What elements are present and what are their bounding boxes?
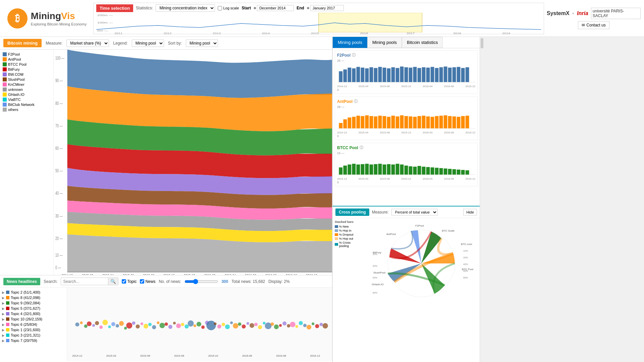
time-selection-button[interactable]: Time selection: [96, 4, 133, 12]
measure-dropdown[interactable]: Market share (%): [66, 40, 109, 47]
search-label: Search:: [44, 279, 57, 284]
svg-text:2015-02: 2015-02: [106, 354, 116, 357]
svg-rect-143: [339, 123, 342, 128]
list-item[interactable]: ▶ Topic 7 (20/759): [2, 338, 65, 343]
svg-point-68: [194, 324, 196, 327]
topic-checkbox-label[interactable]: Topic: [122, 279, 137, 284]
svg-text:2016: 2016: [360, 32, 368, 34]
chord-svg: GHash.IO SlushPool BitFury AntPool F2Poo…: [363, 218, 480, 309]
svg-point-54: [136, 324, 140, 328]
news-headlines-button[interactable]: News headlines: [3, 278, 40, 285]
svg-text:0m —: 0m —: [97, 29, 109, 32]
stats-dropdown[interactable]: Mining concentration index: [156, 4, 215, 12]
svg-text:2015-06: 2015-06: [140, 354, 150, 357]
svg-rect-164: [431, 117, 434, 128]
legend-cross-pooling: % Cross pooling: [335, 241, 361, 248]
list-item[interactable]: ▶ Topic 1 (23/1,600): [2, 327, 65, 333]
svg-text:2014: 2014: [262, 32, 270, 34]
hide-button[interactable]: Hide: [463, 209, 477, 216]
svg-rect-137: [461, 68, 465, 82]
svg-rect-172: [466, 116, 469, 128]
svg-rect-116: [369, 67, 373, 82]
svg-point-96: [307, 325, 311, 329]
svg-rect-0: [319, 13, 422, 32]
svg-rect-145: [347, 118, 351, 129]
bitcoin-mining-button[interactable]: Bitcoin mining: [3, 39, 42, 47]
list-item[interactable]: ▶ Topic 9 (39/2,084): [2, 300, 65, 306]
svg-text:2017: 2017: [407, 32, 415, 34]
main-stacked-chart: 100 — 90 — 80 — 70 — 60 — 50 — 40 — 30 —…: [54, 50, 332, 275]
news-checkbox-label[interactable]: News: [140, 279, 155, 284]
list-item[interactable]: ▶ Topic 4 (32/1,800): [2, 311, 65, 316]
list-item[interactable]: ▶ Topic 6 (25/834): [2, 322, 65, 327]
svg-text:2015-04: 2015-04: [402, 83, 412, 83]
svg-point-72: [206, 321, 216, 330]
news-checkbox[interactable]: [140, 279, 144, 284]
svg-point-76: [225, 324, 230, 329]
news-toolbar: News headlines Search: 🔍 Topic News No. …: [0, 276, 332, 288]
svg-rect-178: [356, 165, 360, 175]
list-item[interactable]: ▶ Topic 5 (37/1,627): [2, 306, 65, 311]
sort-dropdown[interactable]: Mining pool: [186, 40, 218, 47]
log-scale-checkbox[interactable]: Log scale: [218, 6, 239, 10]
scrollbar[interactable]: [480, 37, 484, 362]
tab-mining-pools[interactable]: Mining pools: [333, 37, 367, 48]
svg-rect-150: [369, 116, 373, 128]
news-count-value: 300: [221, 279, 228, 284]
search-button[interactable]: 🔍: [108, 278, 118, 285]
svg-rect-163: [426, 116, 430, 128]
list-item[interactable]: ▶ Topic 2 (51/1,400): [2, 290, 65, 295]
start-date-input[interactable]: [257, 5, 294, 11]
svg-point-44: [95, 321, 99, 325]
svg-point-46: [102, 320, 108, 325]
svg-rect-144: [343, 119, 347, 128]
svg-rect-124: [405, 67, 408, 82]
svg-text:2016-10: 2016-10: [286, 273, 297, 275]
list-item[interactable]: ▶ Topic 10 (26/2,159): [2, 316, 65, 322]
start-label: Start: [242, 6, 251, 10]
legend-dropdown[interactable]: Mining pool: [132, 40, 164, 47]
svg-point-60: [159, 323, 165, 328]
measure-dropdown[interactable]: Percent of total value: [391, 209, 438, 216]
news-content: ▶ Topic 2 (51/1,400) ▶ Topic 8 (41/2,098…: [0, 288, 332, 361]
svg-point-66: [184, 324, 189, 328]
topic-checkbox[interactable]: [122, 279, 126, 284]
svg-text:2018: 2018: [453, 32, 461, 34]
svg-rect-156: [396, 116, 399, 128]
tab-mining-pools-2[interactable]: Mining pools: [367, 37, 402, 48]
svg-point-99: [320, 323, 323, 326]
f2pool-info-icon[interactable]: ⓘ: [352, 53, 356, 58]
contact-button[interactable]: ✉ Contact us: [578, 21, 609, 29]
search-input[interactable]: [61, 278, 108, 285]
list-item[interactable]: ▶ Topic 8 (41/2,098): [2, 295, 65, 300]
svg-text:2016-12: 2016-12: [306, 273, 317, 275]
svg-point-43: [92, 324, 95, 327]
start-date-wrapper: ■: [254, 5, 294, 11]
svg-text:20 —: 20 —: [55, 236, 63, 241]
svg-rect-166: [439, 116, 443, 128]
svg-rect-126: [413, 67, 417, 82]
partner-inria: Inria: [577, 10, 588, 16]
svg-rect-188: [400, 165, 404, 175]
news-count-slider[interactable]: [184, 279, 218, 284]
svg-point-53: [132, 321, 135, 325]
cross-pooling-button[interactable]: Cross pooling: [335, 208, 369, 216]
svg-rect-123: [400, 66, 404, 82]
svg-rect-181: [369, 165, 373, 175]
list-item[interactable]: ▶ Topic 3 (22/1,321): [2, 333, 65, 338]
btcc-info-icon[interactable]: ⓘ: [360, 145, 363, 150]
end-date-input[interactable]: [310, 5, 344, 11]
svg-text:2014-12: 2014-12: [339, 83, 348, 83]
svg-point-52: [126, 322, 132, 328]
svg-rect-154: [387, 117, 391, 128]
legend-label: Legend:: [113, 41, 127, 46]
svg-text:2016-12: 2016-12: [310, 354, 320, 357]
antpool-info-icon[interactable]: ⓘ: [354, 99, 358, 104]
measure-label: Measure:: [372, 210, 389, 215]
svg-point-58: [152, 325, 156, 329]
tab-bitcoin-statistics[interactable]: Bitcoin statistics: [402, 37, 443, 48]
cross-pooling-content: Stacked bars % New % Hop in % Dropout: [333, 218, 480, 309]
svg-text:2015-12: 2015-12: [184, 273, 195, 275]
scrollbar-thumb[interactable]: [481, 38, 483, 48]
svg-point-40: [80, 321, 83, 324]
